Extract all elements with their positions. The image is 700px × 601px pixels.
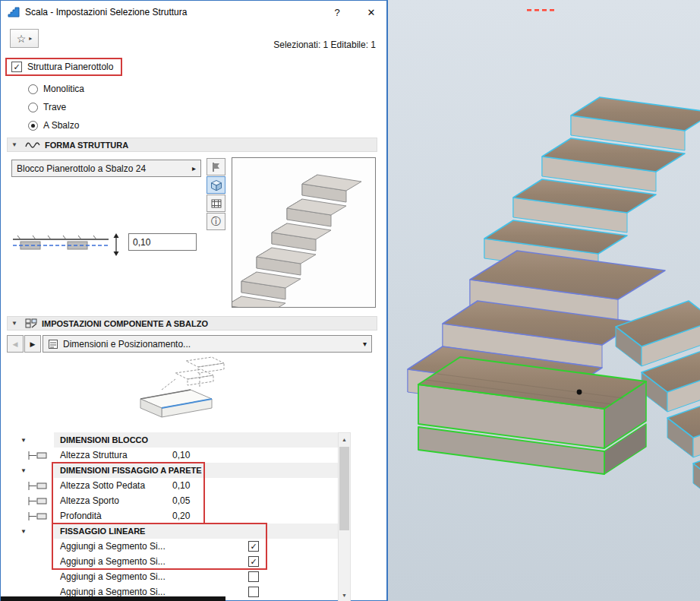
selection-status: Selezionati: 1 Editabile: 1 <box>273 40 376 50</box>
radio-icon <box>28 84 38 94</box>
section-title: FORMA STRUTTURA <box>45 141 128 150</box>
collapse-arrow-icon[interactable]: ▼ <box>11 320 20 327</box>
scroll-up-button[interactable]: ▲ <box>339 433 350 445</box>
component-settings-icon <box>25 318 37 328</box>
next-page-button[interactable]: ▶ <box>24 335 41 353</box>
structure-height-icon <box>27 451 49 460</box>
property-row[interactable]: Aggiungi a Segmento Si...✓ <box>7 554 338 569</box>
info-button[interactable]: ⓘ <box>207 213 225 230</box>
collapse-arrow-icon[interactable]: ▼ <box>11 141 20 148</box>
property-group-row[interactable]: ▼DIMENSIONI FISSAGGIO A PARETE <box>7 463 338 478</box>
checkbox-icon: ✓ <box>11 62 22 72</box>
property-value[interactable]: 0,05 <box>168 495 190 506</box>
annotation-box-landing-structure: ✓ Struttura Pianerottolo <box>5 58 122 76</box>
property-table: ▼DIMENSIONI BLOCCOAltezza Struttura0,10▼… <box>7 432 338 601</box>
collapse-arrow-icon[interactable]: ▼ <box>16 467 31 474</box>
section-title: IMPOSTAZIONI COMPONENTE A SBALZO <box>42 319 208 328</box>
taskbar-fragment <box>1 596 225 601</box>
componente-section-header[interactable]: ▼ IMPOSTAZIONI COMPONENTE A SBALZO <box>7 316 377 331</box>
film-strip-icon <box>210 198 222 210</box>
flyout-arrow-icon: ▸ <box>29 35 32 42</box>
row-checkbox[interactable] <box>248 587 259 597</box>
preview-svg <box>232 158 375 307</box>
star-icon: ☆ <box>17 33 27 44</box>
close-button[interactable]: ✕ <box>363 7 380 18</box>
plan-view-button[interactable] <box>207 158 225 176</box>
radio-icon <box>28 121 38 131</box>
row-checkbox[interactable] <box>248 571 259 582</box>
checkbox-label: Struttura Pianerottolo <box>27 62 113 72</box>
height-arrow-icon <box>114 233 119 256</box>
preview-blocks <box>232 175 361 307</box>
flyout-arrow-icon: ▸ <box>192 164 196 172</box>
favorites-button[interactable]: ☆ ▸ <box>10 29 39 48</box>
radio-icon <box>28 103 38 112</box>
structure-shape-icon <box>25 141 40 149</box>
collapse-arrow-icon[interactable]: ▼ <box>16 437 31 444</box>
property-row[interactable]: Altezza Sotto Pedata0,10 <box>7 478 338 493</box>
property-row[interactable]: Aggiungi a Segmento Si... <box>7 569 338 584</box>
radio-trave[interactable]: Trave <box>28 98 84 116</box>
section-view-button[interactable] <box>207 195 225 212</box>
property-value[interactable]: 0,20 <box>168 511 190 521</box>
stair-tool-icon <box>8 6 20 18</box>
property-row[interactable]: Aggiungi a Segmento Si...✓ <box>7 539 338 554</box>
3d-view-svg <box>388 0 700 601</box>
depth-icon <box>27 511 49 521</box>
hotspot-dot[interactable] <box>577 390 582 395</box>
property-value[interactable]: 0,10 <box>168 450 190 460</box>
dimension-position-icon <box>48 339 58 350</box>
property-value[interactable]: 0,10 <box>168 480 190 491</box>
radio-monolitica[interactable]: Monolitica <box>28 80 84 98</box>
structure-preview <box>232 157 376 308</box>
3d-view-button[interactable] <box>207 176 225 194</box>
stair-settings-dialog: Scala - Impostazioni Selezione Struttura… <box>0 0 388 601</box>
row-checkbox[interactable]: ✓ <box>248 541 259 552</box>
struttura-pianerottolo-checkbox[interactable]: ✓ Struttura Pianerottolo <box>11 62 113 72</box>
profile-name: Blocco Pianerottolo a Sbalzo 24 <box>17 163 188 174</box>
row-checkbox[interactable]: ✓ <box>248 556 259 567</box>
offset-input[interactable] <box>128 233 197 251</box>
titlebar[interactable]: Scala - Impostazioni Selezione Struttura… <box>1 1 386 24</box>
info-icon: ⓘ <box>211 215 221 229</box>
overhang-height-icon <box>27 496 49 506</box>
radio-a-sbalzo[interactable]: A Sbalzo <box>28 116 84 134</box>
3d-cube-icon <box>210 179 222 191</box>
3d-viewport[interactable] <box>388 0 700 601</box>
preview-mode-buttons: ⓘ <box>207 158 225 230</box>
scroll-down-button[interactable]: ▼ <box>339 589 350 601</box>
plan-view-icon <box>210 161 222 173</box>
dialog-title: Scala - Impostazioni Selezione Struttura <box>25 7 323 17</box>
collapse-arrow-icon[interactable]: ▼ <box>16 528 31 535</box>
property-row[interactable]: Altezza Struttura0,10 <box>7 448 338 463</box>
help-button[interactable]: ? <box>329 7 345 18</box>
structure-profile-dropdown[interactable]: Blocco Pianerottolo a Sbalzo 24 ▸ <box>11 160 201 177</box>
under-tread-height-icon <box>27 481 49 491</box>
property-row[interactable]: Altezza Sporto0,05 <box>7 493 338 508</box>
scroll-thumb[interactable] <box>339 447 349 530</box>
settings-page-dropdown[interactable]: Dimensioni e Posizionamento... ▾ <box>43 335 372 353</box>
property-group-row[interactable]: ▼FISSAGGIO LINEARE <box>7 524 338 539</box>
prev-page-button[interactable]: ◀ <box>7 335 24 353</box>
structure-type-radios: MonoliticaTraveA Sbalzo <box>28 80 84 134</box>
component-sketch <box>127 356 233 431</box>
property-row[interactable]: Profondità0,20 <box>7 508 338 524</box>
forma-struttura-section-header[interactable]: ▼ FORMA STRUTTURA <box>7 138 377 152</box>
dropdown-arrow-icon: ▾ <box>363 340 367 348</box>
property-group-row[interactable]: ▼DIMENSIONI BLOCCO <box>7 432 338 448</box>
table-scrollbar[interactable]: ▲ ▼ <box>338 432 351 601</box>
offset-schematic <box>10 232 125 257</box>
page-name: Dimensioni e Posizionamento... <box>63 339 358 350</box>
